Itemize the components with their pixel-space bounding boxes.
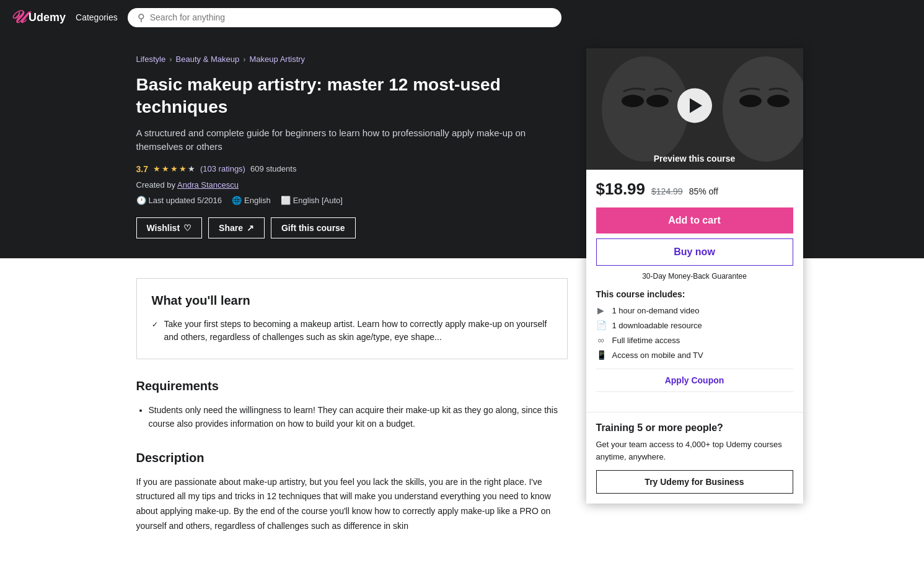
meta-row: 🕐 Last updated 5/2016 🌐 English ⬜ Englis…: [136, 196, 568, 205]
mobile-icon: 📱: [596, 350, 606, 360]
include-item-video: ▶ 1 hour on-demand video: [596, 305, 793, 315]
description-title: Description: [136, 451, 568, 465]
header: 𝒰 Udemy Categories ⚲: [0, 0, 924, 35]
requirements-title: Requirements: [136, 379, 568, 393]
caption-icon: ⬜: [281, 196, 291, 205]
includes-list: ▶ 1 hour on-demand video 📄 1 downloadabl…: [596, 305, 793, 360]
caption-text: English [Auto]: [293, 196, 343, 205]
last-updated: 🕐 Last updated 5/2016: [136, 196, 222, 205]
buy-now-label: Buy now: [674, 247, 715, 257]
include-text-lifetime: Full lifetime access: [612, 336, 680, 345]
udemy-for-business-button[interactable]: Try Udemy for Business: [596, 470, 793, 494]
rating-row: 3.7 ★ ★ ★ ★ ★ (103 ratings) 609 students: [136, 164, 568, 174]
apply-coupon-button[interactable]: Apply Coupon: [596, 369, 793, 392]
training-description: Get your team access to 4,000+ top Udemy…: [596, 439, 793, 463]
training-title: Training 5 or more people?: [596, 422, 793, 434]
share-button[interactable]: Share ↗: [208, 217, 265, 238]
preview-label: Preview this course: [586, 154, 803, 164]
description-text: If you are passionate about make-up arti…: [136, 475, 568, 534]
include-item-resource: 📄 1 downloadable resource: [596, 320, 793, 330]
search-icon: ⚲: [138, 12, 145, 24]
rating-number: 3.7: [136, 164, 148, 174]
svg-point-5: [739, 95, 762, 107]
breadcrumb-lifestyle[interactable]: Lifestyle: [136, 55, 166, 64]
buy-now-button[interactable]: Buy now: [596, 238, 793, 266]
include-text-resource: 1 downloadable resource: [612, 321, 702, 330]
learn-text-0: Take your first steps to becoming a make…: [164, 318, 552, 344]
price-row: $18.99 $124.99 85% off: [596, 180, 793, 199]
price-original: $124.99: [651, 186, 683, 196]
search-input[interactable]: [150, 12, 552, 22]
star-1: ★: [153, 164, 161, 173]
play-icon: [690, 98, 702, 113]
breadcrumb-sep-1: ›: [169, 55, 172, 64]
infinity-icon: ∞: [596, 335, 606, 345]
star-5: ★: [188, 164, 195, 173]
language-icon: 🌐: [232, 196, 242, 205]
play-button[interactable]: [677, 88, 712, 123]
hero-section: Lifestyle › Beauty & Makeup › Makeup Art…: [0, 35, 924, 258]
breadcrumb-beauty-makeup[interactable]: Beauty & Makeup: [176, 55, 240, 64]
star-4: ★: [179, 164, 187, 173]
star-3: ★: [170, 164, 178, 173]
requirements-list: Students only need the willingness to le…: [136, 403, 568, 431]
learn-section-title: What you'll learn: [152, 294, 552, 308]
includes-title: This course includes:: [596, 289, 793, 299]
creator-row: Created by Andra Stancescu: [136, 180, 568, 190]
creator-prefix: Created by: [136, 180, 176, 190]
learn-item-0: ✓ Take your first steps to becoming a ma…: [152, 318, 552, 344]
student-count: 609 students: [250, 164, 296, 173]
breadcrumb: Lifestyle › Beauty & Makeup › Makeup Art…: [136, 55, 568, 64]
search-bar: ⚲: [128, 8, 561, 27]
svg-point-1: [602, 56, 689, 162]
stars: ★ ★ ★ ★ ★: [153, 164, 195, 173]
course-subtitle: A structured and complete guide for begi…: [136, 126, 568, 154]
breadcrumb-sep-2: ›: [243, 55, 245, 64]
include-text-video: 1 hour on-demand video: [612, 306, 700, 315]
udemy-for-business-label: Try Udemy for Business: [645, 477, 744, 487]
last-updated-text: Last updated 5/2016: [149, 196, 222, 205]
price-current: $18.99: [596, 180, 646, 199]
course-preview[interactable]: Preview this course: [586, 48, 803, 170]
add-to-cart-label: Add to cart: [668, 215, 720, 225]
caption: ⬜ English [Auto]: [281, 196, 343, 205]
categories-nav[interactable]: Categories: [76, 12, 118, 22]
heart-icon: ♡: [183, 223, 191, 233]
training-section: Training 5 or more people? Get your team…: [586, 412, 803, 504]
action-buttons: Wishlist ♡ Share ↗ Gift this course: [136, 217, 568, 238]
check-icon-0: ✓: [152, 319, 158, 344]
udemy-logo-icon: 𝒰: [10, 7, 25, 28]
video-icon: ▶: [596, 305, 606, 315]
course-title: Basic makeup artistry: master 12 most-us…: [136, 74, 568, 119]
svg-point-6: [767, 95, 790, 107]
course-card: Preview this course $18.99 $124.99 85% o…: [586, 48, 803, 504]
learn-section: What you'll learn ✓ Take your first step…: [136, 278, 568, 359]
globe-icon: 🕐: [136, 196, 146, 205]
card-body: $18.99 $124.99 85% off Add to cart Buy n…: [586, 170, 803, 412]
creator-link[interactable]: Andra Stancescu: [177, 180, 239, 190]
language: 🌐 English: [232, 196, 271, 205]
file-icon: 📄: [596, 320, 606, 330]
money-back-guarantee: 30-Day Money-Back Guarantee: [596, 272, 793, 281]
gift-button[interactable]: Gift this course: [271, 217, 356, 238]
price-discount: 85% off: [689, 186, 718, 196]
rating-count: (103 ratings): [200, 164, 245, 173]
gift-label: Gift this course: [281, 223, 345, 233]
description-section: Description If you are passionate about …: [136, 451, 568, 534]
include-item-lifetime: ∞ Full lifetime access: [596, 335, 793, 345]
breadcrumb-current: Makeup Artistry: [250, 55, 306, 64]
svg-point-3: [622, 95, 644, 107]
add-to-cart-button[interactable]: Add to cart: [596, 207, 793, 233]
star-2: ★: [162, 164, 169, 173]
logo[interactable]: 𝒰 Udemy: [10, 7, 66, 28]
share-label: Share: [219, 223, 243, 233]
svg-point-4: [646, 95, 669, 107]
include-text-mobile: Access on mobile and TV: [612, 351, 703, 360]
share-icon: ↗: [247, 223, 254, 233]
requirements-section: Requirements Students only need the will…: [136, 379, 568, 431]
requirement-item-0: Students only need the willingness to le…: [149, 403, 568, 431]
logo-text: Udemy: [29, 11, 66, 24]
language-text: English: [244, 196, 271, 205]
wishlist-button[interactable]: Wishlist ♡: [136, 217, 203, 238]
include-item-mobile: 📱 Access on mobile and TV: [596, 350, 793, 360]
